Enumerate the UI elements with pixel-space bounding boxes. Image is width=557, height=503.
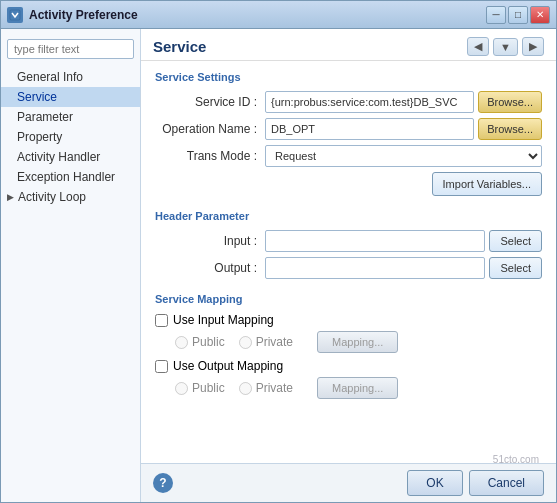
close-button[interactable]: ✕ <box>530 6 550 24</box>
output-mapping-options-row: Public Private Mapping... <box>175 377 542 399</box>
footer: ? OK Cancel <box>141 463 556 502</box>
use-output-mapping-checkbox[interactable] <box>155 360 168 373</box>
service-settings-title: Service Settings <box>155 71 542 83</box>
sidebar-item-service[interactable]: Service <box>1 87 140 107</box>
input-field[interactable] <box>265 230 485 252</box>
output-public-option[interactable]: Public <box>175 381 225 395</box>
operation-name-label: Operation Name : <box>155 122 265 136</box>
service-id-input[interactable] <box>265 91 474 113</box>
service-id-browse-button[interactable]: Browse... <box>478 91 542 113</box>
watermark: 51cto.com <box>493 454 539 465</box>
input-public-option[interactable]: Public <box>175 335 225 349</box>
nav-dropdown-button[interactable]: ▼ <box>493 38 518 56</box>
minimize-button[interactable]: ─ <box>486 6 506 24</box>
sidebar-item-parameter[interactable]: Parameter <box>1 107 140 127</box>
sidebar: General Info Service Parameter Property … <box>1 29 141 502</box>
expand-arrow-icon: ▶ <box>7 192 14 202</box>
input-public-label: Public <box>192 335 225 349</box>
nav-prev-button[interactable]: ◀ <box>467 37 489 56</box>
maximize-button[interactable]: □ <box>508 6 528 24</box>
output-mapping-button: Mapping... <box>317 377 398 399</box>
input-private-label: Private <box>256 335 293 349</box>
title-bar: Activity Preference ─ □ ✕ <box>1 1 556 29</box>
panel-nav-arrows: ◀ ▼ ▶ <box>467 37 544 56</box>
panel-header: Service ◀ ▼ ▶ <box>141 29 556 61</box>
right-panel: Service ◀ ▼ ▶ Service Settings Service I… <box>141 29 556 502</box>
input-mapping-options-row: Public Private Mapping... <box>175 331 542 353</box>
trans-mode-select[interactable]: Request Response Both <box>265 145 542 167</box>
trans-mode-label: Trans Mode : <box>155 149 265 163</box>
window-controls: ─ □ ✕ <box>486 6 550 24</box>
output-row: Output : Select <box>155 257 542 279</box>
svg-rect-0 <box>10 10 20 20</box>
filter-input[interactable] <box>7 39 134 59</box>
use-input-mapping-label: Use Input Mapping <box>173 313 274 327</box>
trans-mode-row: Trans Mode : Request Response Both <box>155 145 542 167</box>
operation-name-input[interactable] <box>265 118 474 140</box>
window-icon <box>7 7 23 23</box>
help-button[interactable]: ? <box>153 473 173 493</box>
service-settings-section: Service Settings Service ID : Browse... … <box>155 71 542 196</box>
output-private-option[interactable]: Private <box>239 381 293 395</box>
import-variables-button[interactable]: Import Variables... <box>432 172 542 196</box>
use-output-mapping-label: Use Output Mapping <box>173 359 283 373</box>
nav-next-button[interactable]: ▶ <box>522 37 544 56</box>
header-parameter-title: Header Parameter <box>155 210 542 222</box>
cancel-button[interactable]: Cancel <box>469 470 544 496</box>
sidebar-item-activity-loop[interactable]: ▶ Activity Loop <box>1 187 140 207</box>
footer-buttons: OK Cancel <box>407 470 544 496</box>
use-input-mapping-row: Use Input Mapping <box>155 313 542 327</box>
sidebar-item-general-info[interactable]: General Info <box>1 67 140 87</box>
main-window: Activity Preference ─ □ ✕ General Info S… <box>0 0 557 503</box>
input-select-button[interactable]: Select <box>489 230 542 252</box>
use-input-mapping-checkbox[interactable] <box>155 314 168 327</box>
input-private-option[interactable]: Private <box>239 335 293 349</box>
service-mapping-section: Service Mapping Use Input Mapping Public… <box>155 293 542 399</box>
service-id-label: Service ID : <box>155 95 265 109</box>
service-id-row: Service ID : Browse... <box>155 91 542 113</box>
main-content: General Info Service Parameter Property … <box>1 29 556 502</box>
output-select-button[interactable]: Select <box>489 257 542 279</box>
input-row: Input : Select <box>155 230 542 252</box>
header-parameter-section: Header Parameter Input : Select Output :… <box>155 210 542 279</box>
sidebar-item-activity-handler[interactable]: Activity Handler <box>1 147 140 167</box>
operation-name-browse-button[interactable]: Browse... <box>478 118 542 140</box>
panel-body: Service Settings Service ID : Browse... … <box>141 61 556 463</box>
panel-title: Service <box>153 38 206 55</box>
sidebar-item-property[interactable]: Property <box>1 127 140 147</box>
service-mapping-title: Service Mapping <box>155 293 542 305</box>
input-mapping-button: Mapping... <box>317 331 398 353</box>
sidebar-item-exception-handler[interactable]: Exception Handler <box>1 167 140 187</box>
input-label: Input : <box>155 234 265 248</box>
use-output-mapping-row: Use Output Mapping <box>155 359 542 373</box>
ok-button[interactable]: OK <box>407 470 462 496</box>
output-private-label: Private <box>256 381 293 395</box>
output-field[interactable] <box>265 257 485 279</box>
window-title: Activity Preference <box>29 8 486 22</box>
output-label: Output : <box>155 261 265 275</box>
operation-name-row: Operation Name : Browse... <box>155 118 542 140</box>
output-public-label: Public <box>192 381 225 395</box>
import-variables-row: Import Variables... <box>155 172 542 196</box>
